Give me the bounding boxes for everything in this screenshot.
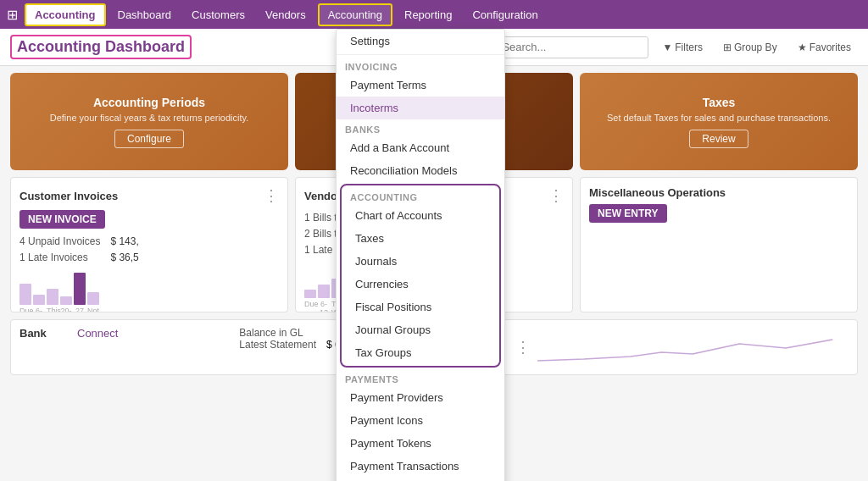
banner-taxes-title: Taxes [703, 96, 736, 109]
dropdown-section-banks: Banks [337, 119, 504, 136]
nav-item-vendors[interactable]: Vendors [257, 5, 314, 25]
dropdown-add-bank[interactable]: Add a Bank Account [337, 136, 504, 159]
nav-item-dashboard[interactable]: Dashboard [109, 5, 181, 25]
misc-operations-card: Miscellaneous Operations NEW ENTRY [580, 177, 858, 312]
dropdown-section-accounting: Accounting [342, 187, 499, 204]
stat-late: 1 Late Invoices [19, 250, 100, 266]
dropdown-settings[interactable]: Settings [337, 30, 504, 53]
dropdown-payment-icons[interactable]: Payment Icons [337, 409, 504, 432]
stat-unpaid: 4 Unpaid Invoices [19, 234, 100, 250]
banner-accounting-periods: Accounting Periods Define your fiscal ye… [10, 73, 288, 170]
amount-late: $ 36,5 [110, 250, 138, 266]
dropdown-journals[interactable]: Journals [342, 250, 499, 273]
search-input[interactable] [495, 37, 648, 57]
page-title: Accounting Dashboard [10, 35, 192, 59]
misc-title: Miscellaneous Operations [589, 186, 726, 199]
amount-unpaid: $ 143, [110, 234, 138, 250]
chart-bar-2 [47, 289, 58, 305]
customer-invoices-title: Customer Invoices [19, 190, 118, 202]
chart-bar-0 [19, 284, 31, 305]
banner-review-button[interactable]: Review [689, 130, 748, 148]
customer-invoices-menu[interactable]: ⋮ [264, 186, 279, 205]
grid-icon[interactable]: ⊞ [7, 7, 18, 23]
dropdown-incoterms[interactable]: Incoterms [337, 97, 504, 119]
bank-line-chart [537, 327, 849, 365]
x-label: 6-12 Nov [33, 307, 45, 312]
chart-bar-1 [318, 285, 330, 297]
dropdown-journal-groups[interactable]: Journal Groups [342, 318, 499, 341]
groupby-icon: ⊞ [723, 41, 732, 53]
dropdown-taxes[interactable]: Taxes [342, 227, 499, 250]
configuration-dropdown: Settings Invoicing Payment Terms Incoter… [336, 29, 505, 481]
banner-configure-button[interactable]: Configure [114, 130, 184, 148]
star-icon: ★ [798, 41, 807, 53]
dropdown-section-payments: Payments [337, 369, 504, 386]
bank-balance-label: Balance in GL [239, 327, 316, 339]
dropdown-payment-terms[interactable]: Payment Terms [337, 74, 504, 97]
vendor-bills-menu[interactable]: ⋮ [548, 186, 564, 205]
chart-bar-5 [87, 292, 99, 305]
dropdown-reconciliation[interactable]: Reconciliation Models [337, 159, 504, 182]
customer-invoices-chart [19, 271, 279, 305]
dropdown-payment-tokens[interactable]: Payment Tokens [337, 432, 504, 455]
banner-taxes-desc: Set default Taxes for sales and purchase… [607, 113, 831, 123]
banner-taxes: Taxes Set default Taxes for sales and pu… [580, 73, 858, 170]
filter-icon: ▼ [662, 41, 672, 53]
banner-accounting-periods-title: Accounting Periods [93, 96, 205, 109]
x-label: 27 Nov-3 Dec [74, 307, 86, 312]
chart-bar-4 [74, 273, 86, 305]
x-label: Due [304, 300, 316, 312]
dropdown-accounting-group: Accounting Chart of Accounts Taxes Journ… [340, 184, 501, 368]
bank-statement-label: Latest Statement [239, 339, 316, 351]
filters-button[interactable]: ▼ Filters [655, 38, 709, 57]
new-entry-button[interactable]: NEW ENTRY [589, 204, 667, 223]
customer-invoices-card: Customer Invoices ⋮ NEW INVOICE 4 Unpaid… [10, 177, 288, 312]
x-label: Due [19, 307, 31, 312]
bank-title: Bank [19, 327, 70, 340]
groupby-button[interactable]: ⊞ Group By [716, 38, 784, 57]
chart-bar-0 [304, 290, 316, 298]
misc-header: Miscellaneous Operations [589, 186, 849, 199]
x-label: 20-26 Nov [60, 307, 72, 312]
dropdown-fiscal-positions[interactable]: Fiscal Positions [342, 296, 499, 318]
chart-bar-3 [60, 296, 72, 305]
dropdown-chart-accounts[interactable]: Chart of Accounts [342, 204, 499, 227]
customer-invoices-xlabels: Due6-12 NovThis Week20-26 Nov27 Nov-3 De… [19, 307, 279, 312]
x-label: This Week [47, 307, 58, 312]
nav-item-customers[interactable]: Customers [183, 5, 253, 25]
banner-accounting-periods-desc: Define your fiscal years & tax returns p… [50, 113, 249, 123]
customer-invoices-stats: 4 Unpaid Invoices 1 Late Invoices [19, 234, 100, 266]
navbar: ⊞ Accounting Dashboard Customers Vendors… [0, 0, 868, 29]
favorites-button[interactable]: ★ Favorites [791, 38, 858, 57]
new-invoice-button[interactable]: NEW INVOICE [19, 210, 105, 229]
nav-item-accounting2[interactable]: Accounting [318, 3, 392, 26]
customer-invoices-amounts: $ 143, $ 36,5 [110, 234, 138, 266]
dropdown-payment-providers[interactable]: Payment Providers [337, 386, 504, 409]
dropdown-section-invoicing: Invoicing [337, 57, 504, 74]
dropdown-tax-groups[interactable]: Tax Groups [342, 341, 499, 364]
bank-connect-label[interactable]: Connect [77, 327, 118, 340]
nav-item-accounting[interactable]: Accounting [25, 3, 106, 26]
bank-menu[interactable]: ⋮ [515, 338, 531, 357]
dropdown-payment-transactions[interactable]: Payment Transactions [337, 455, 504, 478]
customer-invoices-header: Customer Invoices ⋮ [19, 186, 279, 205]
chart-bar-1 [33, 295, 45, 306]
x-label: Not [87, 307, 99, 312]
nav-item-reporting[interactable]: Reporting [396, 5, 460, 25]
nav-item-configuration[interactable]: Configuration [464, 5, 546, 25]
dropdown-section-management: Management [337, 478, 504, 481]
dropdown-currencies[interactable]: Currencies [342, 273, 499, 296]
x-label: 6-12 Nov [318, 300, 330, 312]
